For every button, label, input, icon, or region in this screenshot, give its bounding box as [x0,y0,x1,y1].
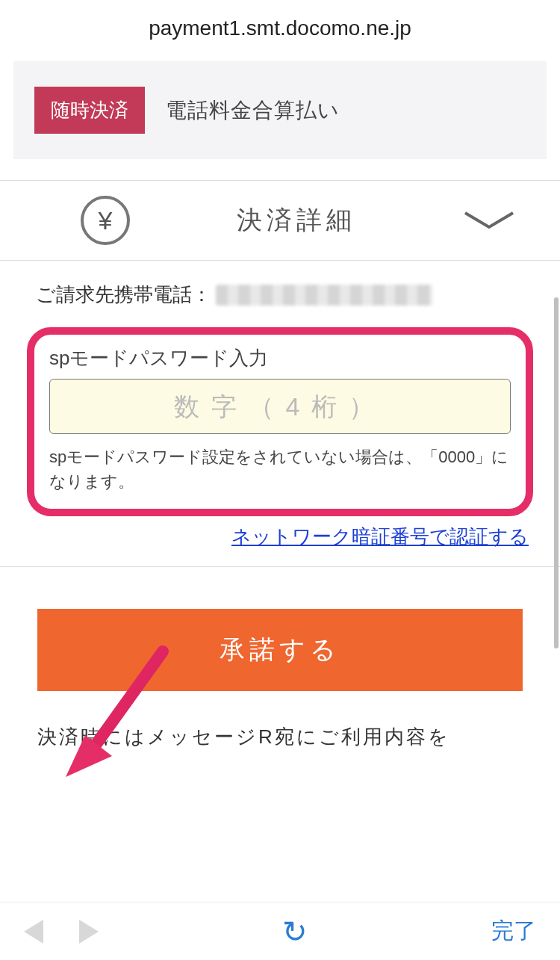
payment-details-header[interactable]: ¥ 決済詳細 [0,181,560,261]
back-icon[interactable] [24,920,43,944]
payment-method-box: 随時決済 電話料金合算払い [13,61,547,159]
payment-method-text: 電話料金合算払い [166,96,340,125]
payment-details-title: 決済詳細 [237,203,356,238]
sp-password-help: spモードパスワード設定をされていない場合は、「0000」になります。 [49,445,511,494]
accept-button[interactable]: 承諾する [37,609,523,691]
divider [0,566,560,567]
yen-icon: ¥ [81,196,130,245]
reload-icon[interactable]: ↻ [282,914,308,949]
forward-icon[interactable] [79,920,99,944]
sp-password-input[interactable] [49,379,511,434]
done-button[interactable]: 完了 [491,916,536,947]
billing-phone-row: ご請求先携帯電話： [0,261,560,321]
sp-password-label: spモードパスワード入力 [49,345,511,371]
url-bar: payment1.smt.docomo.ne.jp [0,0,560,54]
payment-badge: 随時決済 [34,87,145,134]
annotation-highlight-frame: spモードパスワード入力 spモードパスワード設定をされていない場合は、「000… [27,327,533,516]
chevron-down-icon [463,211,515,230]
scroll-indicator [554,297,559,648]
billing-phone-redacted [216,285,432,306]
billing-label: ご請求先携帯電話： [36,282,211,308]
payment-note: 決済時にはメッセージR宛にご利用内容を [0,691,560,750]
browser-bottom-bar: ↻ 完了 [0,902,560,960]
network-pin-auth-link[interactable]: ネットワーク暗証番号で認証する [231,525,529,548]
